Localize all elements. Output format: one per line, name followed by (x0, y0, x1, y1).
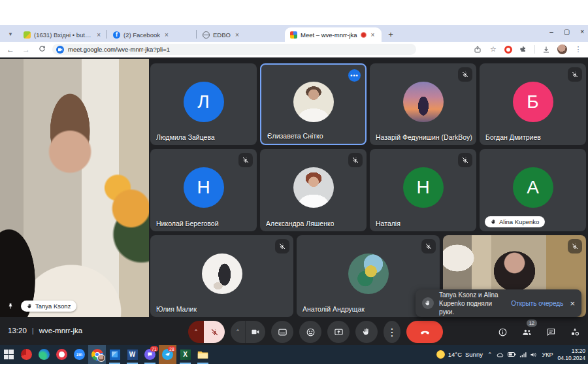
address-bar[interactable]: meet.google.com/wve-mnrr-jka?pli=1 (52, 44, 416, 55)
participant-name: Николай Береговой (156, 220, 219, 227)
participant-tile[interactable]: АAlina Kupenko (480, 149, 586, 231)
more-options-button[interactable]: ⋮ (384, 321, 400, 343)
weather-temp: 14°C (448, 351, 462, 358)
battery-icon[interactable] (508, 351, 516, 357)
tab-close-icon[interactable]: × (97, 31, 101, 39)
mic-options-chevron-icon[interactable]: ⌃ (188, 321, 204, 343)
hand-raised-icon (27, 303, 33, 309)
taskbar-app-photos[interactable] (106, 345, 123, 364)
clock-time: 13:20 (557, 348, 585, 355)
end-call-button[interactable] (406, 321, 443, 343)
participant-tile[interactable]: ЛЛюдмила Зайцева (150, 63, 257, 145)
share-icon[interactable] (473, 45, 482, 54)
mic-off-icon[interactable] (204, 321, 225, 343)
raise-hand-button[interactable] (355, 321, 378, 343)
participant-tile[interactable]: Назарій Федунишин (DarkBoy) (370, 63, 476, 145)
reactions-button[interactable] (299, 321, 321, 343)
participant-name: Alina Kupenko (499, 218, 539, 225)
camera-button[interactable]: ⌃ (231, 321, 265, 343)
forward-button[interactable]: → (21, 45, 31, 54)
participant-tile[interactable]: Юлия Малик (150, 235, 293, 317)
taskbar-app-zoom[interactable]: zm (71, 345, 88, 364)
window-maximize-button[interactable]: ▢ (564, 28, 570, 35)
taskbar-app-start[interactable] (0, 345, 18, 364)
downloads-icon[interactable] (542, 45, 551, 54)
new-tab-button[interactable]: + (385, 29, 396, 39)
ccleaner-icon (21, 349, 32, 360)
bookmark-star-icon[interactable]: ☆ (489, 45, 498, 54)
language-indicator[interactable]: УКР (542, 351, 553, 358)
meeting-code: wve-mnrr-jka (39, 327, 82, 335)
participant-tile[interactable]: ННиколай Береговой (150, 149, 257, 231)
taskbar-app-chrome[interactable] (88, 345, 106, 364)
tile-options-button[interactable]: ••• (348, 69, 361, 82)
pinned-video-tile[interactable]: Tanya Ksonz (0, 59, 149, 317)
weather-widget[interactable]: 14°C Sunny (436, 350, 483, 359)
participant-tile[interactable]: Александра Ляшенко (260, 149, 367, 231)
mail-favicon-icon (24, 31, 31, 39)
taskbar-clock[interactable]: 13:20 04.10.2024 (557, 348, 585, 361)
taskbar-app-viber[interactable]: 71 (141, 345, 159, 364)
participant-tile[interactable]: ННаталія (370, 149, 476, 231)
participant-name: Юлия Малик (156, 305, 197, 313)
profile-avatar[interactable] (557, 44, 567, 54)
participant-tile[interactable]: ББогдан Дмитриев (480, 63, 586, 145)
taskbar-app-telegram[interactable]: 28 (159, 345, 176, 364)
mic-off-icon (348, 153, 363, 167)
chat-button[interactable] (544, 324, 557, 340)
excel-icon: X (180, 350, 191, 360)
tab-title: (1631) Вхідні • butenko_yulya@ (34, 31, 92, 39)
taskbar-app-word[interactable]: W (123, 345, 141, 364)
sun-icon (436, 350, 445, 359)
camera-options-chevron-icon[interactable]: ⌃ (231, 321, 245, 343)
meeting-details-button[interactable] (496, 324, 509, 340)
pinned-name-badge: Tanya Ksonz (21, 301, 76, 312)
browser-tab[interactable]: f(2) Facebook× (108, 27, 195, 42)
window-close-button[interactable]: × (580, 28, 584, 35)
edge-icon (39, 349, 50, 360)
camera-icon[interactable] (245, 321, 265, 343)
toast-close-icon[interactable]: × (570, 299, 575, 308)
taskbar-app-ccleaner[interactable] (18, 345, 35, 364)
taskbar-app-excel[interactable]: X (176, 345, 194, 364)
window-minimize-button[interactable]: – (549, 28, 553, 35)
tab-close-icon[interactable]: × (371, 31, 375, 39)
pin-icon[interactable] (5, 301, 16, 312)
onedrive-cloud-icon[interactable] (497, 351, 504, 358)
taskbar-app-edge[interactable] (35, 345, 53, 364)
participant-name: Александра Ляшенко (266, 220, 334, 227)
initial-avatar: Н (184, 167, 224, 208)
meet-site-icon (56, 46, 64, 54)
taskbar-app-explorer[interactable] (194, 345, 212, 364)
volume-icon[interactable] (530, 351, 537, 358)
photos-icon (110, 350, 120, 360)
taskbar-app-opera[interactable] (53, 345, 71, 364)
open-queue-link[interactable]: Открыть очередь (511, 300, 563, 307)
browser-tab[interactable]: EDBO× (197, 27, 285, 42)
network-signal-icon[interactable] (519, 351, 527, 358)
tray-expand-chevron-icon[interactable]: ⌃ (487, 351, 493, 358)
present-screen-button[interactable] (327, 321, 350, 343)
file-explorer-icon (197, 350, 208, 359)
mic-button-muted[interactable]: ⌃ (188, 321, 225, 343)
meet-page: Tanya Ksonz ЛЛюдмила ЗайцеваЄлизавета Сн… (0, 57, 588, 345)
mic-off-icon (458, 153, 472, 167)
desktop-screenshot: ▾ (1631) Вхідні • butenko_yulya@×f(2) Fa… (0, 25, 588, 364)
red-o-extension-icon[interactable] (504, 46, 512, 54)
captions-button[interactable] (271, 321, 293, 343)
tab-close-icon[interactable]: × (165, 31, 169, 39)
photo-avatar (348, 253, 389, 294)
browser-tab[interactable]: (1631) Вхідні • butenko_yulya@× (18, 27, 106, 42)
extensions-puzzle-icon[interactable] (519, 45, 528, 54)
participant-tile[interactable]: Єлизавета Снітко••• (260, 63, 367, 145)
word-icon: W (127, 350, 138, 360)
browser-menu-icon[interactable]: ⋮ (574, 45, 583, 54)
tab-search-chevron-icon[interactable]: ▾ (5, 29, 16, 39)
activities-button[interactable] (568, 324, 581, 340)
back-button[interactable]: ← (5, 45, 16, 54)
tab-close-icon[interactable]: × (235, 31, 239, 39)
participants-button[interactable]: 12 (520, 324, 533, 340)
reload-button[interactable] (37, 45, 47, 54)
windows-taskbar: zmW7128X 14°C Sunny ⌃ УКР 13:20 04.10.20… (0, 345, 588, 364)
browser-tab[interactable]: Meet – wve-mnrr-jka× (285, 27, 382, 42)
